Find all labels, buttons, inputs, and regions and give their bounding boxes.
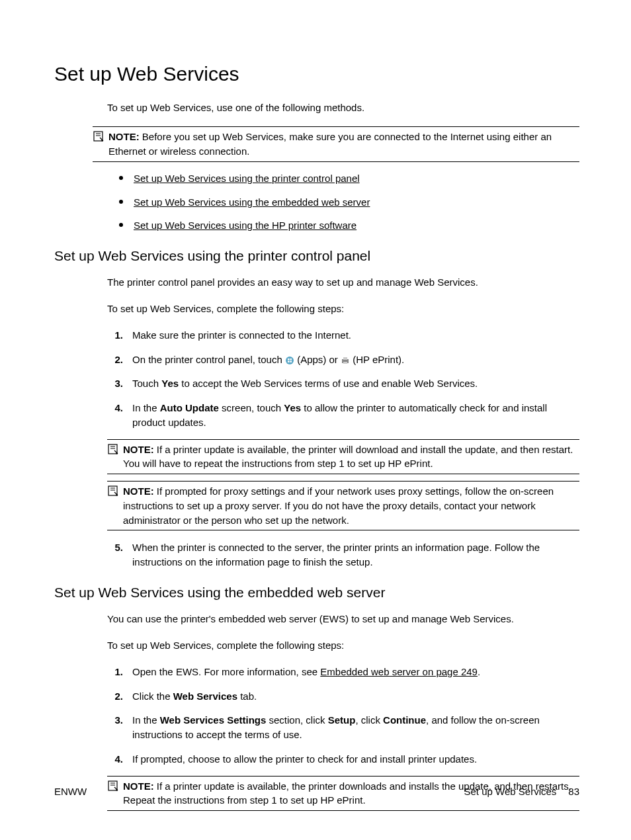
note-label: NOTE:: [108, 131, 140, 142]
note-intro-text: Before you set up Web Services, make sur…: [108, 131, 552, 157]
step-item: Make sure the printer is connected to th…: [107, 328, 579, 343]
note-box: NOTE: If prompted for proxy settings and…: [107, 481, 579, 530]
note-label: NOTE:: [123, 485, 154, 497]
bold-text: Web Services Settings: [160, 714, 267, 726]
step-item: In the Web Services Settings section, cl…: [107, 713, 579, 742]
svg-rect-11: [108, 444, 117, 454]
step-item: If prompted, choose to allow the printer…: [107, 752, 579, 811]
note-text: If prompted for proxy settings and if yo…: [123, 485, 554, 526]
footer-section-title: Set up Web Services: [464, 784, 557, 799]
svg-rect-10: [343, 362, 347, 364]
hp-eprint-icon: [341, 356, 350, 365]
section-heading-control-panel: Set up Web Services using the printer co…: [54, 246, 579, 266]
svg-rect-9: [343, 357, 347, 360]
step-text: On the printer control panel, touch: [132, 354, 285, 365]
toc-list: Set up Web Services using the printer co…: [119, 171, 579, 233]
step-text: In the: [132, 402, 160, 413]
intro-text: To set up Web Services, use one of the f…: [107, 101, 579, 115]
svg-point-3: [286, 357, 294, 364]
step-text: screen, touch: [219, 402, 284, 413]
step-item: Open the EWS. For more information, see …: [107, 665, 579, 679]
step-item: On the printer control panel, touch (App…: [107, 353, 579, 367]
step-text: tab.: [237, 691, 257, 702]
step-text: to accept the Web Services terms of use …: [179, 378, 478, 389]
toc-item: Set up Web Services using the embedded w…: [119, 195, 579, 210]
toc-link-ews[interactable]: Set up Web Services using the embedded w…: [134, 196, 370, 208]
toc-link-control-panel[interactable]: Set up Web Services using the printer co…: [134, 173, 360, 184]
note-label: NOTE:: [123, 444, 154, 455]
toc-item: Set up Web Services using the printer co…: [119, 171, 579, 186]
step-text: Click the: [132, 691, 173, 702]
step-item: When the printer is connected to the ser…: [107, 540, 579, 569]
svg-rect-14: [108, 486, 117, 495]
note-icon: [93, 130, 105, 142]
bold-text: Yes: [161, 378, 179, 389]
body-text: To set up Web Services, complete the fol…: [107, 302, 579, 316]
step-text: section, click: [266, 714, 327, 726]
footer-left: ENWW: [54, 784, 87, 799]
bold-text: Setup: [328, 714, 356, 726]
bold-text: Auto Update: [160, 402, 219, 413]
step-text: Open the EWS. For more information, see: [132, 666, 320, 677]
note-icon: [107, 485, 119, 497]
step-text: (Apps) or: [294, 354, 341, 365]
svg-rect-5: [290, 358, 292, 360]
svg-rect-7: [290, 360, 292, 362]
svg-rect-4: [288, 358, 290, 360]
body-text: To set up Web Services, complete the fol…: [107, 638, 579, 653]
bold-text: Web Services: [173, 691, 237, 702]
apps-icon: [285, 356, 294, 365]
body-text: You can use the printer's embedded web s…: [107, 612, 579, 626]
step-item: In the Auto Update screen, touch Yes to …: [107, 401, 579, 530]
step-item: Touch Yes to accept the Web Services ter…: [107, 376, 579, 391]
bold-text: Continue: [383, 714, 426, 726]
svg-rect-0: [94, 132, 103, 141]
xref-ews-link[interactable]: Embedded web server on page 249: [320, 666, 478, 677]
note-box: NOTE: If a printer update is available, …: [107, 439, 579, 475]
step-text: In the: [132, 714, 160, 726]
page-title: Set up Web Services: [54, 60, 579, 89]
toc-item: Set up Web Services using the HP printer…: [119, 218, 579, 233]
section-heading-ews: Set up Web Services using the embedded w…: [54, 583, 579, 603]
step-item: Click the Web Services tab.: [107, 689, 579, 704]
note-icon: [107, 443, 119, 455]
toc-link-software[interactable]: Set up Web Services using the HP printer…: [134, 220, 357, 231]
footer-page-number: 83: [568, 784, 579, 799]
step-text: .: [478, 666, 480, 677]
bold-text: Yes: [284, 402, 301, 413]
note-text: If a printer update is available, the pr…: [123, 444, 573, 470]
step-text: Touch: [132, 378, 161, 389]
svg-rect-6: [288, 360, 290, 362]
step-text: (HP ePrint).: [350, 354, 404, 365]
page-footer: ENWW Set up Web Services 83: [54, 784, 579, 799]
step-text: If prompted, choose to allow the printer…: [132, 753, 477, 765]
step-text: , click: [355, 714, 383, 726]
body-text: The printer control panel provides an ea…: [107, 275, 579, 290]
note-intro-box: NOTE: Before you set up Web Services, ma…: [93, 126, 579, 162]
